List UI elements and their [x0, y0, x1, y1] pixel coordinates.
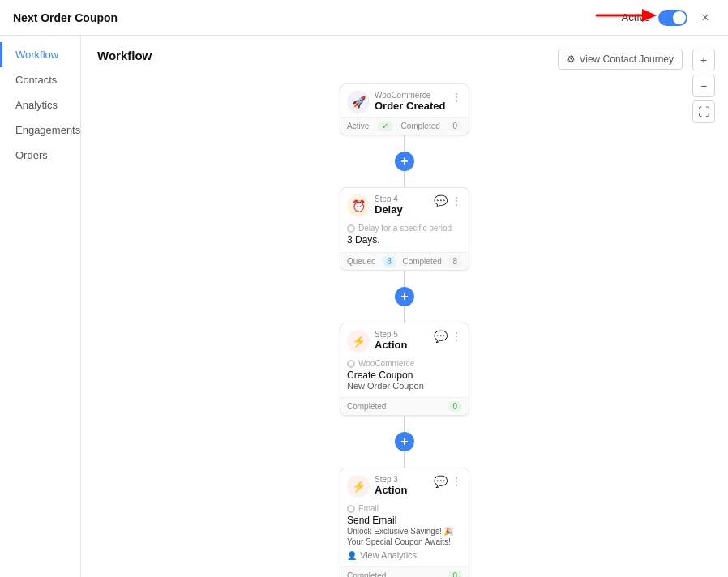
- connector-3: +: [395, 416, 414, 468]
- card-title-area: WooCommerce Order Created: [370, 91, 451, 112]
- card-menu[interactable]: 💬 ⋮: [434, 330, 462, 343]
- card-header: 🚀 WooCommerce Order Created ⋮: [340, 84, 469, 117]
- workflow-content: Workflow ⚙ View Contact Journey + − ⛶ 🚀 …: [81, 36, 728, 577]
- card-title-area: Step 4 Delay: [370, 194, 434, 216]
- close-button[interactable]: ×: [696, 8, 715, 28]
- card-menu[interactable]: ⋮: [451, 91, 462, 104]
- zoom-in-button[interactable]: +: [692, 49, 715, 71]
- sidebar-item-workflow[interactable]: Workflow: [0, 42, 80, 67]
- connector-line-bottom: [404, 306, 405, 323]
- analytics-icon: 👤: [347, 551, 357, 560]
- connector-line-bottom: [404, 171, 405, 187]
- step-type-label: Step 5: [375, 330, 434, 339]
- footer-status: Active: [347, 122, 369, 130]
- step-name: Action: [375, 339, 434, 351]
- connector-1: +: [395, 135, 414, 187]
- step-order-created[interactable]: 🚀 WooCommerce Order Created ⋮ Active ✓ C…: [340, 83, 469, 135]
- radio-dot: [347, 360, 355, 368]
- card-body: WooCommerce Create Coupon New Order Coup…: [340, 356, 469, 397]
- more-icon: ⋮: [451, 330, 462, 343]
- detail-sub: Unlock Exclusive Savings! 🎉 Your Special…: [347, 526, 462, 547]
- completed-badge: 0: [448, 571, 462, 577]
- comment-icon: 💬: [434, 475, 448, 488]
- more-icon: ⋮: [451, 194, 462, 207]
- active-badge: ✓: [377, 121, 393, 131]
- comment-icon: 💬: [434, 330, 448, 343]
- svg-marker-0: [642, 9, 657, 22]
- queued-badge: 8: [382, 256, 396, 267]
- delay-icon: ⏰: [347, 194, 370, 217]
- step-name: Action: [375, 484, 434, 496]
- arrow-indicator: [593, 4, 658, 27]
- view-analytics-label: View Analytics: [360, 550, 417, 560]
- completed-count: 0: [448, 121, 462, 131]
- detail-value: Create Coupon: [347, 370, 462, 381]
- sidebar-item-orders[interactable]: Orders: [0, 143, 80, 168]
- sidebar-item-analytics[interactable]: Analytics: [0, 92, 80, 118]
- card-body: Delay for a specific period 3 Days.: [340, 220, 469, 252]
- zoom-fit-button[interactable]: ⛶: [692, 100, 715, 123]
- main-layout: Workflow Contacts Analytics Engagements …: [0, 36, 728, 577]
- connector-2: +: [395, 271, 414, 323]
- footer-completed-label: Completed: [400, 122, 439, 130]
- card-title-area: Step 3 Action: [370, 475, 434, 496]
- card-header: ⏰ Step 4 Delay 💬 ⋮: [340, 188, 469, 220]
- step-action-create-coupon[interactable]: ⚡ Step 5 Action 💬 ⋮ WooCommerce: [340, 323, 469, 416]
- sidebar-item-contacts[interactable]: Contacts: [0, 67, 80, 92]
- connector-line: [404, 271, 405, 287]
- sidebar: Workflow Contacts Analytics Engagements …: [0, 36, 81, 577]
- step-type-label: WooCommerce: [375, 91, 451, 100]
- step-name: Order Created: [375, 100, 451, 112]
- app-header: Next Order Coupon Active ×: [0, 0, 728, 36]
- action-icon: ⚡: [347, 475, 370, 498]
- step-action-send-email[interactable]: ⚡ Step 3 Action 💬 ⋮ Email Send E: [340, 468, 469, 577]
- card-title-area: Step 5 Action: [370, 330, 434, 351]
- radio-dot: [347, 505, 355, 513]
- card-menu[interactable]: 💬 ⋮: [434, 194, 462, 207]
- detail-sub: New Order Coupon: [347, 381, 462, 391]
- zoom-out-button[interactable]: −: [692, 75, 715, 97]
- card-header: ⚡ Step 3 Action 💬 ⋮: [340, 468, 469, 501]
- add-step-button-3[interactable]: +: [395, 432, 414, 451]
- radio-dot: [347, 224, 355, 233]
- comment-icon: 💬: [434, 194, 448, 207]
- view-journey-button[interactable]: ⚙ View Contact Journey: [558, 49, 683, 70]
- card-header: ⚡ Step 5 Action 💬 ⋮: [340, 323, 469, 356]
- workflow-canvas: 🚀 WooCommerce Order Created ⋮ Active ✓ C…: [97, 75, 712, 577]
- add-step-button-1[interactable]: +: [395, 152, 414, 171]
- zoom-controls: + − ⛶: [692, 49, 715, 123]
- card-footer: Completed 0: [340, 397, 469, 415]
- detail-value: Send Email: [347, 515, 462, 526]
- connector-line: [404, 135, 405, 152]
- step-type-label: Step 4: [375, 194, 434, 203]
- card-footer: Queued 8 Completed 8: [340, 252, 469, 270]
- card-body: Email Send Email Unlock Exclusive Saving…: [340, 501, 469, 566]
- step-delay[interactable]: ⏰ Step 4 Delay 💬 ⋮ Delay for a specific …: [340, 187, 469, 271]
- connector-line: [404, 416, 405, 432]
- sidebar-item-engagements[interactable]: Engagements: [0, 118, 80, 143]
- footer-status: Queued: [347, 257, 376, 266]
- more-icon: ⋮: [451, 475, 462, 488]
- detail-value: 3 Days.: [347, 234, 462, 246]
- card-footer: Completed 0: [340, 566, 469, 577]
- active-toggle[interactable]: [658, 10, 687, 26]
- completed-badge: 0: [448, 401, 462, 412]
- step-type-label: Step 3: [375, 475, 434, 484]
- add-step-button-2[interactable]: +: [395, 287, 414, 306]
- footer-status: Completed: [347, 571, 386, 577]
- step-name: Delay: [375, 203, 434, 216]
- footer-status: Completed: [347, 402, 386, 411]
- connector-line-bottom: [404, 451, 405, 468]
- completed-count: 8: [448, 256, 462, 267]
- journey-icon: ⚙: [567, 53, 576, 65]
- card-menu[interactable]: 💬 ⋮: [434, 475, 462, 488]
- view-journey-label: View Contact Journey: [579, 53, 674, 65]
- card-footer: Active ✓ Completed 0: [340, 117, 469, 135]
- sub-label: WooCommerce: [347, 359, 462, 368]
- footer-completed-label: Completed: [402, 257, 441, 266]
- sub-label: Email: [347, 504, 462, 513]
- sub-label: Delay for a specific period: [347, 224, 462, 233]
- action-icon: ⚡: [347, 330, 370, 353]
- view-analytics-link[interactable]: 👤 View Analytics: [347, 550, 462, 560]
- app-title: Next Order Coupon: [13, 11, 118, 24]
